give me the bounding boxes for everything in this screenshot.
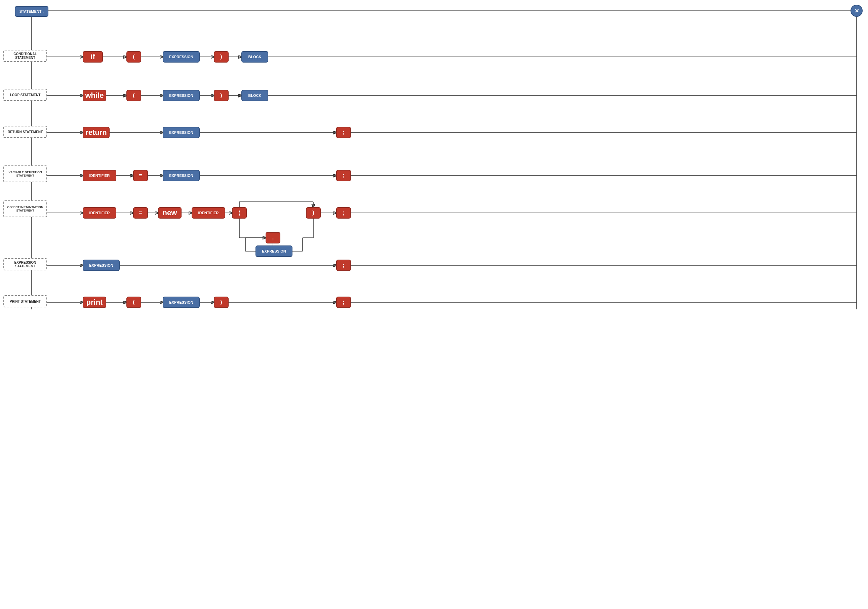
return-node: return: [83, 127, 110, 138]
vardef-semi: ;: [336, 170, 351, 181]
loop-lparen: (: [126, 90, 141, 101]
cond-lparen: (: [126, 51, 141, 62]
return-expression: EXPRESSION: [163, 127, 200, 138]
objinst-semi: ;: [336, 207, 351, 219]
objinst-label: OBJECT INSTANTIATION STATEMENT: [3, 200, 47, 217]
cond-expression: EXPRESSION: [163, 51, 200, 62]
objinst-rparen: ): [306, 207, 321, 219]
vardef-identifier: IDENTIFIER: [83, 170, 116, 181]
loop-label: LOOP STATEMENT: [3, 89, 47, 101]
print-label: PRINT STATEMENT: [3, 295, 47, 308]
vardef-label: VARIABLE DEFINITION STATEMENT: [3, 165, 47, 182]
return-label: RETURN STATEMENT: [3, 126, 47, 138]
objinst-identifier1: IDENTIFIER: [83, 207, 116, 219]
if-node: if: [83, 51, 103, 62]
diagram-container: STATEMENT ; ✕ CONDITIONAL STATEMENT LOOP…: [0, 0, 868, 609]
cond-block: BLOCK: [241, 51, 268, 62]
print-node: print: [83, 297, 106, 308]
start-label: STATEMENT ;: [20, 9, 44, 14]
cond-rparen: ): [214, 51, 229, 62]
print-lparen: (: [126, 297, 141, 308]
objinst-lparen: (: [232, 207, 247, 219]
print-rparen: ): [214, 297, 229, 308]
while-node: while: [83, 90, 106, 101]
end-node: ✕: [851, 5, 863, 17]
objinst-new: new: [158, 207, 181, 219]
expr-stmt-expression: EXPRESSION: [83, 259, 120, 271]
objinst-identifier2: IDENTIFIER: [192, 207, 225, 219]
vardef-expression: EXPRESSION: [163, 170, 200, 181]
objinst-equals: =: [133, 207, 148, 219]
loop-block: BLOCK: [241, 90, 268, 101]
print-expression: EXPRESSION: [163, 297, 200, 308]
loop-expression: EXPRESSION: [163, 90, 200, 101]
expr-stmt-semi: ;: [336, 259, 351, 271]
objinst-expression2: EXPRESSION: [256, 245, 293, 257]
conditional-label: CONDITIONAL STATEMENT: [3, 50, 47, 62]
expr-stmt-label: EXPRESSION STATEMENT: [3, 258, 47, 270]
return-semi: ;: [336, 127, 351, 138]
objinst-comma: ,: [265, 232, 281, 244]
vardef-equals: =: [133, 170, 148, 181]
end-icon: ✕: [854, 8, 859, 14]
start-node: STATEMENT ;: [15, 6, 48, 17]
print-semi: ;: [336, 297, 351, 308]
loop-rparen: ): [214, 90, 229, 101]
